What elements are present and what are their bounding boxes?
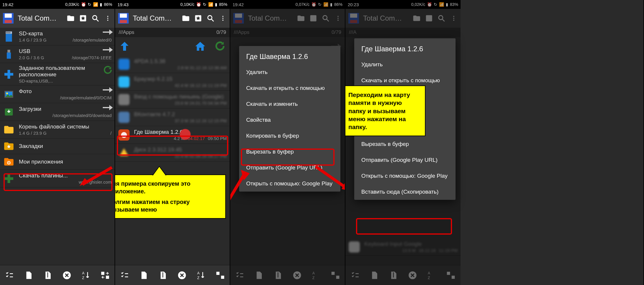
svg-point-8 [107, 20, 108, 21]
svg-text:A: A [197, 271, 199, 275]
row-selected-app[interactable]: Где Шаверма 1.2.64.2 M04.02.1709:50 PM [115, 126, 230, 144]
svg-rect-16 [7, 52, 11, 59]
arrow-right-icon[interactable] [103, 29, 113, 35]
dialog-title: Где Шаверма 1.2.6 [354, 38, 456, 57]
search-icon[interactable] [91, 14, 100, 23]
folder-icon [3, 124, 15, 136]
menu-open-play[interactable]: Открыть с помощью: Google Play [354, 168, 456, 184]
refresh-corner-icon[interactable] [103, 65, 113, 75]
menu-cut-clipboard[interactable]: Вырезать в буфер [239, 144, 340, 160]
file-icon[interactable] [138, 269, 150, 281]
swap-icon[interactable] [214, 269, 226, 281]
row-filesystem-root[interactable]: Корень файловой системы1.4 G / 23.9 G/ [0, 121, 115, 139]
sync-icon: ↻ [88, 2, 91, 7]
svg-rect-2 [5, 20, 12, 23]
svg-rect-53 [216, 272, 219, 275]
menu-copy-clipboard[interactable]: Копировать в буфер [239, 128, 340, 144]
svg-rect-35 [120, 20, 127, 23]
svg-rect-27 [47, 272, 48, 278]
svg-line-38 [212, 19, 214, 22]
usb-icon [3, 48, 15, 60]
bookmark-icon[interactable] [79, 14, 87, 23]
svg-point-7 [107, 18, 108, 19]
menu-cut-clipboard[interactable]: Вырезать в буфер [354, 136, 456, 152]
callout-1: Для примера скопируем это приложение. До… [115, 174, 226, 219]
search-icon[interactable] [206, 14, 215, 23]
menu-download-edit[interactable]: Скачать и изменить [239, 96, 340, 112]
status-speed: 0,03K/с [65, 2, 79, 7]
list-item[interactable]: Браузер 6.2.1542.4 M 18.12.16 11:19 PM [115, 73, 230, 91]
bottom-toolbar: AZ [115, 265, 230, 285]
folder-icon[interactable] [181, 14, 190, 23]
go-up-button[interactable] [119, 40, 130, 52]
path-bar[interactable]: ///Apps0/79 [115, 28, 230, 37]
svg-rect-15 [7, 50, 10, 52]
delete-icon[interactable] [61, 269, 73, 281]
svg-rect-18 [4, 73, 13, 75]
arrow-right-icon[interactable] [103, 87, 113, 93]
svg-rect-1 [5, 14, 12, 18]
arrow-right-icon[interactable] [103, 47, 113, 52]
file-icon[interactable] [23, 269, 34, 281]
phone-1: 19:42 0,03K/с ⏰ ↻ 📶 ▮ 86% Total Com… SD-… [0, 0, 115, 285]
sort-icon[interactable]: AZ [195, 269, 207, 281]
folder-star-icon [3, 140, 15, 152]
status-battery: 86% [104, 2, 112, 7]
svg-rect-45 [118, 112, 130, 123]
toolbar: Total Com… [0, 9, 115, 28]
svg-text:A: A [82, 271, 84, 275]
menu-properties[interactable]: Свойства [239, 112, 340, 128]
svg-rect-54 [221, 276, 224, 279]
svg-point-47 [121, 132, 127, 138]
row-title: Заданное пользователем расположение [19, 65, 112, 78]
list-item[interactable]: 4PDA 1.5.382.8 M 31.12.16 12:36 AM [115, 55, 230, 73]
status-bar: 19:43 0,10K/с⏰↻📶▮85% [115, 0, 230, 9]
sort-icon[interactable]: AZ [80, 269, 92, 281]
zip-icon[interactable] [42, 269, 54, 281]
row-sd-card[interactable]: SD-карта1.4 G / 23.9 G/storage/emulated/… [0, 28, 115, 45]
row-title: Корень файловой системы [19, 123, 112, 130]
alarm-icon: ⏰ [81, 2, 86, 7]
row-photo[interactable]: Фото/storage/emulated/0/DCIM [0, 85, 115, 103]
svg-point-39 [222, 16, 224, 17]
menu-delete[interactable]: Удалить [354, 57, 456, 73]
home-button[interactable] [194, 40, 206, 52]
menu-delete[interactable]: Удалить [239, 64, 340, 80]
svg-rect-26 [4, 177, 13, 180]
row-usb[interactable]: USB2.0 G / 3.6 G/storage/7074-1EEE [0, 45, 115, 63]
list-item[interactable]: ВКонтакте 4.7.237.3 M 18.12.16 12:15 PM [115, 108, 230, 126]
zip-icon[interactable] [157, 269, 169, 281]
menu-send-url[interactable]: Отправить (Google Play URL) [354, 152, 456, 168]
select-icon[interactable] [4, 269, 15, 281]
svg-rect-32 [106, 276, 109, 279]
picture-icon [3, 88, 15, 100]
battery-icon: ▮ [100, 2, 102, 7]
svg-rect-12 [7, 32, 8, 33]
svg-text:Z: Z [197, 276, 199, 280]
phone-2: 19:43 0,10K/с⏰↻📶▮85% Total Com… ///Apps0… [115, 0, 230, 285]
svg-rect-13 [9, 32, 9, 33]
list-item[interactable]: Ввод с помощью пиньинь (Google)23.6 M 24… [115, 91, 230, 108]
callout-2: Переходим на карту памяти в нужную папку… [345, 85, 426, 136]
swap-icon[interactable] [99, 269, 111, 281]
arrow-right-icon[interactable] [103, 105, 113, 110]
folder-icon[interactable] [66, 14, 75, 23]
refresh-button[interactable] [214, 40, 226, 52]
row-bookmarks[interactable]: Закладки [0, 139, 115, 154]
delete-icon[interactable] [176, 269, 188, 281]
row-downloads[interactable]: Загрузки/storage/emulated/0/download [0, 103, 115, 121]
phone-3: 19:42 0,07K/с⏰↻📶▮86% Total Com… ///Apps0… [230, 0, 345, 285]
row-user-location[interactable]: Заданное пользователем расположениеSD-ка… [0, 63, 115, 85]
overflow-icon[interactable] [103, 14, 112, 23]
annotation-arrow [80, 164, 115, 187]
overflow-icon[interactable] [218, 14, 227, 23]
annotation-arrow [230, 168, 250, 206]
row-title: Загрузки [19, 106, 112, 112]
bookmark-icon[interactable] [194, 14, 203, 23]
svg-rect-49 [163, 272, 163, 278]
menu-paste-here[interactable]: Вставить сюда (Скопировать) [354, 184, 456, 200]
list-item[interactable]: Диск 2.3.312.19.4522.4 M 02.08.16 04:17 … [115, 144, 230, 162]
sd-card-icon [3, 31, 15, 42]
select-icon[interactable] [119, 269, 130, 281]
menu-download-open[interactable]: Скачать и открыть с помощью [239, 80, 340, 96]
